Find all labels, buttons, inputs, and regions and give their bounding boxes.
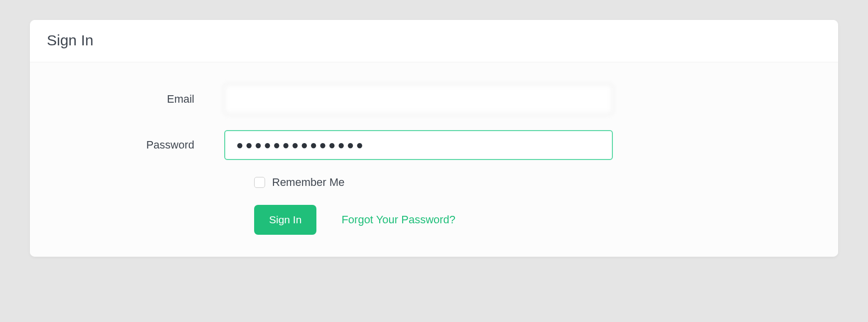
- card-body: Email Password ●●●●●●●●●●●●●● Remember M…: [30, 62, 838, 257]
- card-header: Sign In: [30, 20, 838, 62]
- page-title: Sign In: [47, 32, 821, 49]
- remember-checkbox[interactable]: [254, 177, 265, 188]
- actions-row: Sign In Forgot Your Password?: [254, 205, 818, 235]
- password-field[interactable]: ●●●●●●●●●●●●●●: [224, 130, 613, 160]
- forgot-password-link[interactable]: Forgot Your Password?: [341, 213, 455, 226]
- signin-card: Sign In Email Password ●●●●●●●●●●●●●● Re…: [30, 20, 838, 257]
- signin-button[interactable]: Sign In: [254, 205, 316, 235]
- password-masked-value: ●●●●●●●●●●●●●●: [236, 131, 601, 159]
- password-label: Password: [50, 139, 224, 152]
- email-field[interactable]: [224, 84, 613, 114]
- remember-row: Remember Me: [254, 176, 818, 189]
- email-row: Email: [50, 84, 818, 114]
- email-label: Email: [50, 93, 224, 106]
- remember-label: Remember Me: [272, 176, 344, 189]
- password-row: Password ●●●●●●●●●●●●●●: [50, 130, 818, 160]
